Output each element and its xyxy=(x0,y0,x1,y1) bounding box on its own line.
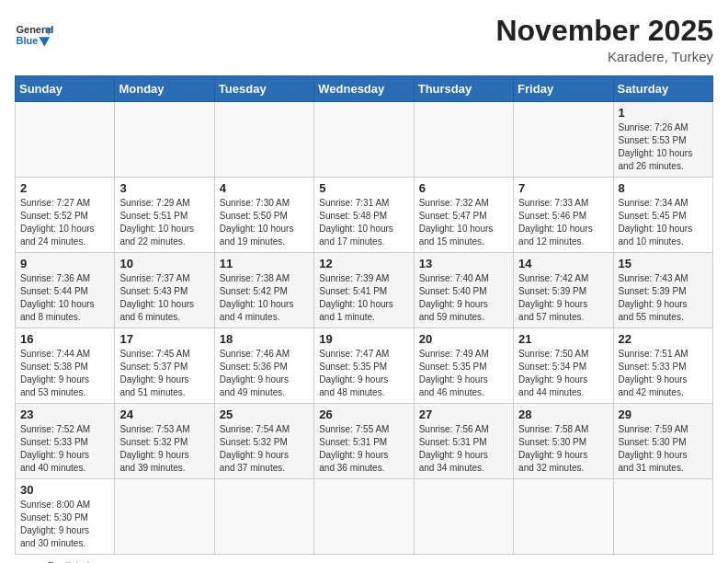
day-number: 12 xyxy=(319,257,408,270)
day-number: 10 xyxy=(119,257,209,270)
calendar-cell: 1Sunrise: 7:26 AM Sunset: 5:53 PM Daylig… xyxy=(613,102,712,178)
day-info: Sunrise: 7:31 AM Sunset: 5:48 PM Dayligh… xyxy=(319,197,408,248)
calendar-cell xyxy=(115,479,214,555)
calendar-cell: 9Sunrise: 7:36 AM Sunset: 5:44 PM Daylig… xyxy=(16,253,115,328)
weekday-header-row: SundayMondayTuesdayWednesdayThursdayFrid… xyxy=(16,76,713,102)
day-number: 6 xyxy=(419,181,508,195)
logo: General Blue xyxy=(15,15,55,55)
calendar-cell: 7Sunrise: 7:33 AM Sunset: 5:46 PM Daylig… xyxy=(514,178,613,253)
day-info: Sunrise: 7:42 AM Sunset: 5:39 PM Dayligh… xyxy=(518,272,608,324)
calendar-cell xyxy=(214,479,313,555)
calendar-cell: 21Sunrise: 7:50 AM Sunset: 5:34 PM Dayli… xyxy=(514,328,613,404)
calendar-cell: 25Sunrise: 7:54 AM Sunset: 5:32 PM Dayli… xyxy=(214,404,313,479)
day-info: Sunrise: 7:38 AM Sunset: 5:42 PM Dayligh… xyxy=(220,272,309,324)
day-info: Sunrise: 7:53 AM Sunset: 5:32 PM Dayligh… xyxy=(119,423,209,475)
day-info: Sunrise: 7:34 AM Sunset: 5:45 PM Dayligh… xyxy=(619,197,708,248)
day-number: 17 xyxy=(119,332,209,346)
day-info: Sunrise: 7:39 AM Sunset: 5:41 PM Dayligh… xyxy=(319,272,408,324)
day-number: 24 xyxy=(119,408,209,421)
weekday-header-saturday: Saturday xyxy=(613,76,712,102)
day-info: Sunrise: 8:00 AM Sunset: 5:30 PM Dayligh… xyxy=(20,499,109,550)
day-number: 3 xyxy=(119,181,209,195)
day-info: Sunrise: 7:54 AM Sunset: 5:32 PM Dayligh… xyxy=(220,423,309,475)
weekday-header-wednesday: Wednesday xyxy=(314,76,414,102)
calendar-cell: 27Sunrise: 7:56 AM Sunset: 5:31 PM Dayli… xyxy=(414,404,513,479)
day-number: 19 xyxy=(319,332,408,346)
svg-text:Blue: Blue xyxy=(16,35,38,46)
location-subtitle: Karadere, Turkey xyxy=(495,49,713,64)
day-info: Sunrise: 7:46 AM Sunset: 5:36 PM Dayligh… xyxy=(220,348,309,399)
calendar-cell: 30Sunrise: 8:00 AM Sunset: 5:30 PM Dayli… xyxy=(16,479,115,555)
day-info: Sunrise: 7:45 AM Sunset: 5:37 PM Dayligh… xyxy=(119,348,209,399)
day-info: Sunrise: 7:40 AM Sunset: 5:40 PM Dayligh… xyxy=(419,272,508,324)
day-info: Sunrise: 7:26 AM Sunset: 5:53 PM Dayligh… xyxy=(619,121,708,173)
calendar-cell: 16Sunrise: 7:44 AM Sunset: 5:38 PM Dayli… xyxy=(16,328,115,404)
day-number: 5 xyxy=(319,181,408,195)
calendar-cell xyxy=(514,102,613,178)
calendar-cell: 5Sunrise: 7:31 AM Sunset: 5:48 PM Daylig… xyxy=(314,178,414,253)
calendar-week-6: 30Sunrise: 8:00 AM Sunset: 5:30 PM Dayli… xyxy=(16,479,713,555)
calendar-cell: 2Sunrise: 7:27 AM Sunset: 5:52 PM Daylig… xyxy=(16,178,115,253)
day-info: Sunrise: 7:36 AM Sunset: 5:44 PM Dayligh… xyxy=(20,272,109,324)
title-area: November 2025 Karadere, Turkey xyxy=(495,15,713,64)
day-info: Sunrise: 7:58 AM Sunset: 5:30 PM Dayligh… xyxy=(518,423,608,475)
day-info: Sunrise: 7:27 AM Sunset: 5:52 PM Dayligh… xyxy=(20,197,109,248)
weekday-header-thursday: Thursday xyxy=(414,76,513,102)
day-number: 2 xyxy=(20,181,109,195)
calendar-cell: 15Sunrise: 7:43 AM Sunset: 5:39 PM Dayli… xyxy=(613,253,712,328)
day-info: Sunrise: 7:30 AM Sunset: 5:50 PM Dayligh… xyxy=(220,197,309,248)
calendar-week-3: 9Sunrise: 7:36 AM Sunset: 5:44 PM Daylig… xyxy=(16,253,713,328)
calendar-week-4: 16Sunrise: 7:44 AM Sunset: 5:38 PM Dayli… xyxy=(16,328,713,404)
day-info: Sunrise: 7:32 AM Sunset: 5:47 PM Dayligh… xyxy=(419,197,508,248)
day-info: Sunrise: 7:29 AM Sunset: 5:51 PM Dayligh… xyxy=(119,197,209,248)
calendar-cell: 6Sunrise: 7:32 AM Sunset: 5:47 PM Daylig… xyxy=(414,178,513,253)
day-number: 16 xyxy=(20,332,109,346)
calendar-cell: 29Sunrise: 7:59 AM Sunset: 5:30 PM Dayli… xyxy=(613,404,712,479)
calendar-cell xyxy=(314,479,414,555)
weekday-header-friday: Friday xyxy=(514,76,613,102)
calendar-cell: 14Sunrise: 7:42 AM Sunset: 5:39 PM Dayli… xyxy=(514,253,613,328)
calendar-cell: 26Sunrise: 7:55 AM Sunset: 5:31 PM Dayli… xyxy=(314,404,414,479)
day-info: Sunrise: 7:49 AM Sunset: 5:35 PM Dayligh… xyxy=(419,348,508,399)
day-number: 27 xyxy=(419,408,508,421)
weekday-header-tuesday: Tuesday xyxy=(214,76,313,102)
day-number: 13 xyxy=(419,257,508,270)
svg-marker-2 xyxy=(39,37,50,46)
calendar-cell: 13Sunrise: 7:40 AM Sunset: 5:40 PM Dayli… xyxy=(414,253,513,328)
day-number: 14 xyxy=(518,257,608,270)
day-info: Sunrise: 7:37 AM Sunset: 5:43 PM Dayligh… xyxy=(119,272,209,324)
calendar-cell: 19Sunrise: 7:47 AM Sunset: 5:35 PM Dayli… xyxy=(314,328,414,404)
day-number: 4 xyxy=(220,181,309,195)
calendar-cell: 23Sunrise: 7:52 AM Sunset: 5:33 PM Dayli… xyxy=(16,404,115,479)
calendar-cell xyxy=(314,102,414,178)
calendar-week-5: 23Sunrise: 7:52 AM Sunset: 5:33 PM Dayli… xyxy=(16,404,713,479)
calendar-week-1: 1Sunrise: 7:26 AM Sunset: 5:53 PM Daylig… xyxy=(16,102,713,178)
day-number: 11 xyxy=(220,257,309,270)
calendar-cell xyxy=(115,102,214,178)
calendar-cell xyxy=(514,479,613,555)
calendar-cell xyxy=(16,102,115,178)
day-number: 22 xyxy=(619,332,708,346)
calendar-cell: 11Sunrise: 7:38 AM Sunset: 5:42 PM Dayli… xyxy=(214,253,313,328)
month-year-title: November 2025 xyxy=(495,15,713,47)
day-info: Sunrise: 7:47 AM Sunset: 5:35 PM Dayligh… xyxy=(319,348,408,399)
day-info: Sunrise: 7:44 AM Sunset: 5:38 PM Dayligh… xyxy=(20,348,109,399)
calendar-cell: 4Sunrise: 7:30 AM Sunset: 5:50 PM Daylig… xyxy=(214,178,313,253)
calendar-table: SundayMondayTuesdayWednesdayThursdayFrid… xyxy=(15,75,713,555)
calendar-cell: 10Sunrise: 7:37 AM Sunset: 5:43 PM Dayli… xyxy=(115,253,214,328)
header: General Blue November 2025 Karadere, Tur… xyxy=(15,15,713,64)
day-info: Sunrise: 7:33 AM Sunset: 5:46 PM Dayligh… xyxy=(518,197,608,248)
calendar-cell xyxy=(214,102,313,178)
calendar-cell xyxy=(414,102,513,178)
weekday-header-monday: Monday xyxy=(115,76,214,102)
day-number: 18 xyxy=(220,332,309,346)
day-number: 9 xyxy=(20,257,109,270)
day-info: Sunrise: 7:55 AM Sunset: 5:31 PM Dayligh… xyxy=(319,423,408,475)
calendar-cell xyxy=(414,479,513,555)
calendar-week-2: 2Sunrise: 7:27 AM Sunset: 5:52 PM Daylig… xyxy=(16,178,713,253)
day-info: Sunrise: 7:50 AM Sunset: 5:34 PM Dayligh… xyxy=(518,348,608,399)
logo-svg: General Blue xyxy=(15,15,55,55)
day-number: 28 xyxy=(518,408,608,421)
day-number: 15 xyxy=(619,257,708,270)
calendar-cell: 3Sunrise: 7:29 AM Sunset: 5:51 PM Daylig… xyxy=(115,178,214,253)
